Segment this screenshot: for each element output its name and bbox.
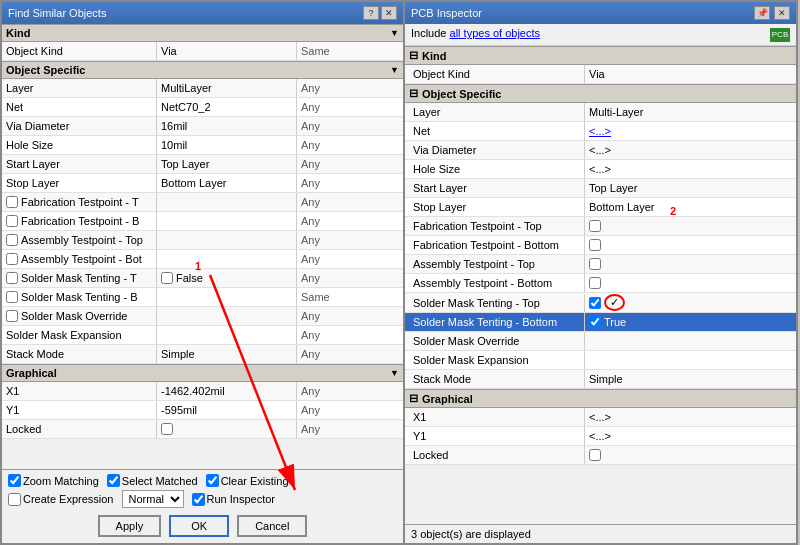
ok-button[interactable]: OK	[169, 515, 229, 537]
pcb-assembly-bot-checkbox[interactable]	[589, 277, 601, 289]
pcb-obj-specific-collapse[interactable]: ⊟	[409, 87, 418, 100]
pcb-fab-bot-checkbox[interactable]	[589, 239, 601, 251]
pcb-table-row: Hole Size <...>	[405, 160, 796, 179]
zoom-matching-checkbox[interactable]	[8, 474, 21, 487]
assembly-testpoint-bot-checkbox[interactable]	[6, 253, 18, 265]
select-matched-checkbox[interactable]	[107, 474, 120, 487]
include-text: Include	[411, 27, 446, 39]
prop-value: 16mil	[157, 117, 297, 135]
find-similar-objects-dialog: Find Similar Objects ? ✕ Kind ▼ Object K…	[0, 0, 405, 545]
panel-header-row: Include all types of objects PCB	[405, 24, 796, 46]
prop-value	[157, 288, 297, 306]
locked-checkbox[interactable]	[161, 423, 173, 435]
prop-any: Any	[297, 420, 357, 438]
prop-name: Assembly Testpoint - Bot	[2, 250, 157, 268]
pcb-value: Simple	[585, 370, 796, 388]
pcb-kind-collapse[interactable]: ⊟	[409, 49, 418, 62]
table-row: Solder Mask Override Any	[2, 307, 403, 326]
fab-testpoint-b-checkbox[interactable]	[6, 215, 18, 227]
prop-name: Solder Mask Tenting - B	[2, 288, 157, 306]
prop-name: Assembly Testpoint - Top	[2, 231, 157, 249]
all-types-link[interactable]: all types of objects	[450, 27, 541, 39]
prop-value	[157, 420, 297, 438]
pcb-value: <...>	[585, 408, 796, 426]
prop-any: Any	[297, 326, 357, 344]
pcb-solder-mask-bot-checkbox[interactable]	[589, 316, 601, 328]
select-matched-option: Select Matched	[107, 474, 198, 487]
pcb-fab-top-checkbox[interactable]	[589, 220, 601, 232]
pcb-table-row: Stop Layer Bottom Layer	[405, 198, 796, 217]
pcb-value	[585, 446, 796, 464]
prop-value: Via	[157, 42, 297, 60]
pcb-table-row: Start Layer Top Layer	[405, 179, 796, 198]
solder-mask-bot-checkbox[interactable]	[6, 291, 18, 303]
pcb-table-row-highlighted: Solder Mask Tenting - Bottom True	[405, 313, 796, 332]
pcb-prop: Locked	[405, 446, 585, 464]
table-row: Fabrication Testpoint - T Any	[2, 193, 403, 212]
prop-value: -1462.402mil	[157, 382, 297, 400]
graphical-label: Graphical	[6, 367, 57, 379]
object-specific-arrow: ▼	[390, 65, 399, 75]
prop-value: False	[157, 269, 297, 287]
run-inspector-checkbox[interactable]	[192, 493, 205, 506]
prop-name: Start Layer	[2, 155, 157, 173]
prop-any: Any	[297, 193, 357, 211]
pcb-solder-mask-top-checkbox[interactable]	[589, 297, 601, 309]
pcb-locked-checkbox[interactable]	[589, 449, 601, 461]
solder-mask-override-checkbox[interactable]	[6, 310, 18, 322]
pcb-value	[585, 351, 796, 369]
prop-name: Layer	[2, 79, 157, 97]
solder-mask-top-val-checkbox[interactable]	[161, 272, 173, 284]
normal-dropdown[interactable]: Normal	[122, 490, 184, 508]
create-expression-option: Create Expression	[8, 493, 114, 506]
create-expression-checkbox[interactable]	[8, 493, 21, 506]
run-inspector-option: Run Inspector	[192, 493, 275, 506]
clear-existing-checkbox[interactable]	[206, 474, 219, 487]
prop-value: MultiLayer	[157, 79, 297, 97]
pcb-assembly-top-checkbox[interactable]	[589, 258, 601, 270]
prop-any: Any	[297, 250, 357, 268]
table-row: Hole Size 10mil Any	[2, 136, 403, 155]
assembly-testpoint-top-checkbox[interactable]	[6, 234, 18, 246]
pcb-inspector-panel: PCB Inspector 📌 ✕ Include all types of o…	[405, 0, 798, 545]
pcb-value: <...>	[585, 141, 796, 159]
table-row: Assembly Testpoint - Top Any	[2, 231, 403, 250]
pcb-prop: Via Diameter	[405, 141, 585, 159]
prop-name: Locked	[2, 420, 157, 438]
solder-mask-top-checkbox[interactable]	[6, 272, 18, 284]
object-specific-header: Object Specific ▼	[2, 61, 403, 79]
pcb-kind-header: ⊟ Kind	[405, 46, 796, 65]
fab-testpoint-t-checkbox[interactable]	[6, 196, 18, 208]
prop-value: 10mil	[157, 136, 297, 154]
pcb-value: <...>	[585, 122, 796, 140]
panel-close-button[interactable]: ✕	[774, 6, 790, 20]
table-row: Start Layer Top Layer Any	[2, 155, 403, 174]
table-row: Solder Mask Tenting - B Same	[2, 288, 403, 307]
net-link[interactable]: <...>	[589, 125, 611, 137]
pcb-graphical-label: Graphical	[422, 393, 473, 405]
options-row-1: Zoom Matching Select Matched Clear Exist…	[8, 474, 397, 487]
pcb-table-row: Stack Mode Simple	[405, 370, 796, 389]
pcb-graphical-collapse[interactable]: ⊟	[409, 392, 418, 405]
prop-any: Any	[297, 269, 357, 287]
prop-value	[157, 231, 297, 249]
close-button[interactable]: ✕	[381, 6, 397, 20]
pcb-table-row: Solder Mask Tenting - Top ✓	[405, 293, 796, 313]
help-button[interactable]: ?	[363, 6, 379, 20]
prop-name: Hole Size	[2, 136, 157, 154]
pcb-prop: Solder Mask Tenting - Top	[405, 294, 585, 312]
table-row: Assembly Testpoint - Bot Any	[2, 250, 403, 269]
prop-any: Any	[297, 307, 357, 325]
cancel-button[interactable]: Cancel	[237, 515, 307, 537]
solder-mask-top-circle: ✓	[604, 294, 625, 311]
apply-button[interactable]: Apply	[98, 515, 162, 537]
kind-section-header: Kind ▼	[2, 24, 403, 42]
table-row: Object Kind Via Same	[2, 42, 403, 61]
panel-pin-button[interactable]: 📌	[754, 6, 770, 20]
status-text: 3 object(s) are displayed	[411, 528, 531, 540]
properties-table: Kind ▼ Object Kind Via Same Object Speci…	[2, 24, 403, 469]
pcb-value: <...>	[585, 427, 796, 445]
pcb-value	[585, 255, 796, 273]
pcb-value	[585, 332, 796, 350]
create-expression-label: Create Expression	[23, 493, 114, 505]
